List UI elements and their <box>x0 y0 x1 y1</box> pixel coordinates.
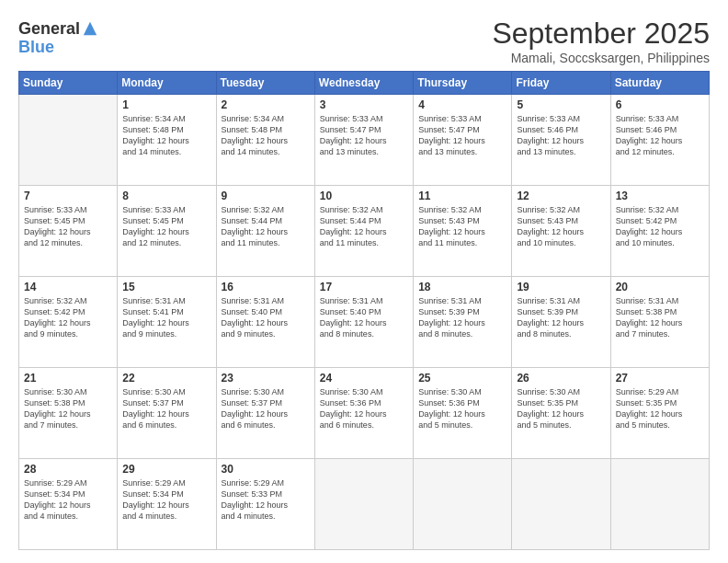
day-info: Sunrise: 5:30 AM Sunset: 5:35 PM Dayligh… <box>517 386 605 431</box>
day-number: 9 <box>222 190 310 202</box>
location: Mamali, Soccsksargen, Philippines <box>492 51 710 65</box>
calendar-cell: 10Sunrise: 5:32 AM Sunset: 5:44 PM Dayli… <box>314 186 413 277</box>
weekday-header-sunday: Sunday <box>19 72 118 95</box>
day-info: Sunrise: 5:30 AM Sunset: 5:36 PM Dayligh… <box>418 386 506 431</box>
calendar-table: SundayMondayTuesdayWednesdayThursdayFrid… <box>18 71 710 550</box>
weekday-header-tuesday: Tuesday <box>216 72 314 95</box>
calendar-cell: 8Sunrise: 5:33 AM Sunset: 5:45 PM Daylig… <box>118 186 216 277</box>
svg-marker-0 <box>84 22 97 35</box>
calendar-cell <box>512 459 610 550</box>
day-info: Sunrise: 5:31 AM Sunset: 5:39 PM Dayligh… <box>418 295 506 340</box>
calendar-cell: 5Sunrise: 5:33 AM Sunset: 5:46 PM Daylig… <box>512 95 610 186</box>
calendar-cell: 30Sunrise: 5:29 AM Sunset: 5:33 PM Dayli… <box>216 459 314 550</box>
day-number: 7 <box>24 190 112 202</box>
calendar-cell: 24Sunrise: 5:30 AM Sunset: 5:36 PM Dayli… <box>314 368 413 459</box>
day-number: 4 <box>418 98 506 111</box>
calendar-cell: 27Sunrise: 5:29 AM Sunset: 5:35 PM Dayli… <box>610 368 709 459</box>
day-number: 21 <box>24 372 112 385</box>
header: General Blue September 2025 Mamali, Socc… <box>18 17 710 65</box>
calendar-cell: 15Sunrise: 5:31 AM Sunset: 5:41 PM Dayli… <box>118 277 216 368</box>
day-number: 25 <box>418 372 506 385</box>
day-number: 29 <box>122 463 210 476</box>
calendar-cell: 9Sunrise: 5:32 AM Sunset: 5:44 PM Daylig… <box>216 186 314 277</box>
calendar-cell: 1Sunrise: 5:34 AM Sunset: 5:48 PM Daylig… <box>118 95 216 186</box>
day-info: Sunrise: 5:33 AM Sunset: 5:47 PM Dayligh… <box>320 113 408 158</box>
calendar-cell: 12Sunrise: 5:32 AM Sunset: 5:43 PM Dayli… <box>512 186 610 277</box>
day-info: Sunrise: 5:33 AM Sunset: 5:46 PM Dayligh… <box>517 113 605 158</box>
weekday-header-thursday: Thursday <box>414 72 512 95</box>
calendar-cell: 21Sunrise: 5:30 AM Sunset: 5:38 PM Dayli… <box>19 368 118 459</box>
day-number: 30 <box>222 463 310 476</box>
day-info: Sunrise: 5:32 AM Sunset: 5:43 PM Dayligh… <box>418 204 506 249</box>
day-info: Sunrise: 5:32 AM Sunset: 5:44 PM Dayligh… <box>320 204 408 249</box>
day-info: Sunrise: 5:30 AM Sunset: 5:36 PM Dayligh… <box>320 386 408 431</box>
calendar-cell: 11Sunrise: 5:32 AM Sunset: 5:43 PM Dayli… <box>414 186 512 277</box>
title-block: September 2025 Mamali, Soccsksargen, Phi… <box>492 17 710 65</box>
calendar-cell: 17Sunrise: 5:31 AM Sunset: 5:40 PM Dayli… <box>314 277 413 368</box>
calendar-week-3: 14Sunrise: 5:32 AM Sunset: 5:42 PM Dayli… <box>19 277 710 368</box>
day-info: Sunrise: 5:31 AM Sunset: 5:39 PM Dayligh… <box>517 295 605 340</box>
day-number: 2 <box>222 98 310 111</box>
day-number: 16 <box>222 281 310 293</box>
calendar-cell: 13Sunrise: 5:32 AM Sunset: 5:42 PM Dayli… <box>610 186 709 277</box>
calendar-cell: 26Sunrise: 5:30 AM Sunset: 5:35 PM Dayli… <box>512 368 610 459</box>
day-info: Sunrise: 5:31 AM Sunset: 5:40 PM Dayligh… <box>320 295 408 340</box>
calendar-cell <box>19 95 118 186</box>
day-number: 13 <box>616 190 704 202</box>
day-number: 28 <box>24 463 112 476</box>
weekday-header-friday: Friday <box>512 72 610 95</box>
day-info: Sunrise: 5:32 AM Sunset: 5:42 PM Dayligh… <box>616 204 704 249</box>
calendar-cell: 23Sunrise: 5:30 AM Sunset: 5:37 PM Dayli… <box>216 368 314 459</box>
logo-text-blue: Blue <box>18 39 54 57</box>
day-number: 14 <box>24 281 112 293</box>
day-info: Sunrise: 5:33 AM Sunset: 5:45 PM Dayligh… <box>24 204 112 249</box>
day-number: 22 <box>122 372 210 385</box>
day-info: Sunrise: 5:30 AM Sunset: 5:38 PM Dayligh… <box>24 386 112 431</box>
day-info: Sunrise: 5:31 AM Sunset: 5:38 PM Dayligh… <box>616 295 704 340</box>
calendar-cell: 7Sunrise: 5:33 AM Sunset: 5:45 PM Daylig… <box>19 186 118 277</box>
weekday-header-monday: Monday <box>118 72 216 95</box>
day-number: 26 <box>517 372 605 385</box>
calendar-week-2: 7Sunrise: 5:33 AM Sunset: 5:45 PM Daylig… <box>19 186 710 277</box>
day-info: Sunrise: 5:30 AM Sunset: 5:37 PM Dayligh… <box>122 386 210 431</box>
day-info: Sunrise: 5:31 AM Sunset: 5:40 PM Dayligh… <box>222 295 310 340</box>
calendar-cell: 22Sunrise: 5:30 AM Sunset: 5:37 PM Dayli… <box>118 368 216 459</box>
day-number: 11 <box>418 190 506 202</box>
calendar-cell <box>610 459 709 550</box>
calendar-cell <box>414 459 512 550</box>
day-number: 27 <box>616 372 704 385</box>
weekday-header-wednesday: Wednesday <box>314 72 413 95</box>
calendar-cell: 25Sunrise: 5:30 AM Sunset: 5:36 PM Dayli… <box>414 368 512 459</box>
calendar-week-5: 28Sunrise: 5:29 AM Sunset: 5:34 PM Dayli… <box>19 459 710 550</box>
weekday-header-row: SundayMondayTuesdayWednesdayThursdayFrid… <box>19 72 710 95</box>
calendar-cell: 4Sunrise: 5:33 AM Sunset: 5:47 PM Daylig… <box>414 95 512 186</box>
day-info: Sunrise: 5:32 AM Sunset: 5:44 PM Dayligh… <box>222 204 310 249</box>
page: General Blue September 2025 Mamali, Socc… <box>0 0 728 563</box>
day-info: Sunrise: 5:29 AM Sunset: 5:34 PM Dayligh… <box>24 477 112 523</box>
day-info: Sunrise: 5:32 AM Sunset: 5:43 PM Dayligh… <box>517 204 605 249</box>
day-info: Sunrise: 5:33 AM Sunset: 5:47 PM Dayligh… <box>418 113 506 158</box>
calendar-cell: 16Sunrise: 5:31 AM Sunset: 5:40 PM Dayli… <box>216 277 314 368</box>
calendar-cell: 19Sunrise: 5:31 AM Sunset: 5:39 PM Dayli… <box>512 277 610 368</box>
month-title: September 2025 <box>492 17 710 51</box>
calendar-week-4: 21Sunrise: 5:30 AM Sunset: 5:38 PM Dayli… <box>19 368 710 459</box>
day-number: 23 <box>222 372 310 385</box>
day-number: 18 <box>418 281 506 293</box>
calendar-cell: 3Sunrise: 5:33 AM Sunset: 5:47 PM Daylig… <box>314 95 413 186</box>
day-number: 12 <box>517 190 605 202</box>
day-info: Sunrise: 5:32 AM Sunset: 5:42 PM Dayligh… <box>24 295 112 340</box>
day-number: 10 <box>320 190 408 202</box>
calendar-cell: 20Sunrise: 5:31 AM Sunset: 5:38 PM Dayli… <box>610 277 709 368</box>
calendar-cell: 2Sunrise: 5:34 AM Sunset: 5:48 PM Daylig… <box>216 95 314 186</box>
day-number: 3 <box>320 98 408 111</box>
logo-icon <box>82 20 98 37</box>
day-number: 6 <box>616 98 704 111</box>
weekday-header-saturday: Saturday <box>610 72 709 95</box>
day-info: Sunrise: 5:34 AM Sunset: 5:48 PM Dayligh… <box>122 113 210 158</box>
day-number: 5 <box>517 98 605 111</box>
calendar-week-1: 1Sunrise: 5:34 AM Sunset: 5:48 PM Daylig… <box>19 95 710 186</box>
calendar-cell: 18Sunrise: 5:31 AM Sunset: 5:39 PM Dayli… <box>414 277 512 368</box>
day-info: Sunrise: 5:34 AM Sunset: 5:48 PM Dayligh… <box>222 113 310 158</box>
calendar-cell <box>314 459 413 550</box>
calendar-cell: 28Sunrise: 5:29 AM Sunset: 5:34 PM Dayli… <box>19 459 118 550</box>
